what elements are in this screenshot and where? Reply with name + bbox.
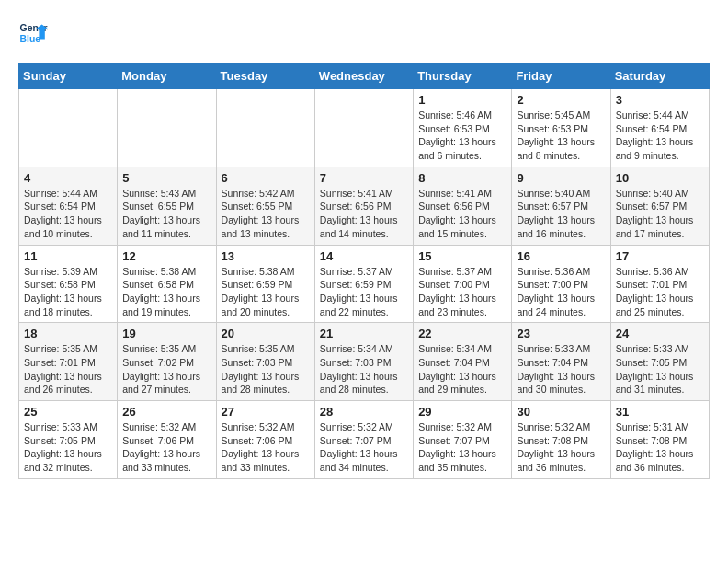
day-info: Sunrise: 5:37 AMSunset: 6:59 PMDaylight:… [320,265,408,319]
calendar-week-4: 18Sunrise: 5:35 AMSunset: 7:01 PMDayligh… [19,323,710,401]
col-header-friday: Friday [512,63,610,89]
day-number: 14 [320,249,408,263]
day-number: 17 [616,249,704,263]
day-number: 19 [122,327,210,340]
calendar-cell: 3Sunrise: 5:44 AMSunset: 6:54 PMDaylight… [610,89,709,167]
day-info: Sunrise: 5:45 AMSunset: 6:53 PMDaylight:… [517,109,605,163]
calendar-week-1: 1Sunrise: 5:46 AMSunset: 6:53 PMDaylight… [19,89,710,167]
day-info: Sunrise: 5:36 AMSunset: 7:01 PMDaylight:… [616,265,704,319]
calendar-cell: 27Sunrise: 5:32 AMSunset: 7:06 PMDayligh… [216,401,314,479]
day-number: 5 [122,171,210,185]
calendar-cell: 6Sunrise: 5:42 AMSunset: 6:55 PMDaylight… [216,167,314,245]
day-info: Sunrise: 5:38 AMSunset: 6:59 PMDaylight:… [222,265,310,319]
calendar-cell: 7Sunrise: 5:41 AMSunset: 6:56 PMDaylight… [314,167,413,245]
day-number: 28 [320,405,408,419]
calendar-cell: 9Sunrise: 5:40 AMSunset: 6:57 PMDaylight… [512,167,610,245]
day-number: 25 [24,405,112,419]
calendar-cell: 21Sunrise: 5:34 AMSunset: 7:03 PMDayligh… [314,323,413,401]
calendar-cell: 1Sunrise: 5:46 AMSunset: 6:53 PMDaylight… [414,89,512,167]
calendar-cell: 14Sunrise: 5:37 AMSunset: 6:59 PMDayligh… [314,245,413,323]
calendar-cell: 17Sunrise: 5:36 AMSunset: 7:01 PMDayligh… [610,245,709,323]
day-info: Sunrise: 5:36 AMSunset: 7:00 PMDaylight:… [517,265,605,319]
calendar-cell: 4Sunrise: 5:44 AMSunset: 6:54 PMDaylight… [19,167,118,245]
calendar-cell: 30Sunrise: 5:32 AMSunset: 7:08 PMDayligh… [512,401,610,479]
day-number: 31 [616,405,704,419]
calendar-cell: 2Sunrise: 5:45 AMSunset: 6:53 PMDaylight… [512,89,610,167]
calendar-cell: 29Sunrise: 5:32 AMSunset: 7:07 PMDayligh… [414,401,512,479]
day-info: Sunrise: 5:39 AMSunset: 6:58 PMDaylight:… [24,265,112,319]
calendar-cell: 5Sunrise: 5:43 AMSunset: 6:55 PMDaylight… [118,167,216,245]
day-number: 13 [222,249,310,263]
day-number: 16 [517,249,605,263]
calendar-cell: 18Sunrise: 5:35 AMSunset: 7:01 PMDayligh… [19,323,118,401]
day-number: 1 [418,93,506,107]
day-number: 20 [222,327,310,340]
day-info: Sunrise: 5:32 AMSunset: 7:06 PMDaylight:… [222,420,310,475]
day-info: Sunrise: 5:33 AMSunset: 7:04 PMDaylight:… [517,342,605,396]
day-info: Sunrise: 5:41 AMSunset: 6:56 PMDaylight:… [320,187,408,241]
day-number: 24 [616,327,704,340]
col-header-saturday: Saturday [610,63,709,89]
calendar-cell: 24Sunrise: 5:33 AMSunset: 7:05 PMDayligh… [610,323,709,401]
calendar-week-3: 11Sunrise: 5:39 AMSunset: 6:58 PMDayligh… [19,245,710,323]
col-header-thursday: Thursday [414,63,512,89]
calendar-cell [118,89,216,167]
day-number: 27 [222,405,310,419]
calendar-cell: 28Sunrise: 5:32 AMSunset: 7:07 PMDayligh… [314,401,413,479]
day-number: 11 [24,249,112,263]
day-info: Sunrise: 5:34 AMSunset: 7:04 PMDaylight:… [418,342,506,396]
calendar-cell: 25Sunrise: 5:33 AMSunset: 7:05 PMDayligh… [19,401,118,479]
day-info: Sunrise: 5:31 AMSunset: 7:08 PMDaylight:… [616,420,704,475]
calendar-cell: 12Sunrise: 5:38 AMSunset: 6:58 PMDayligh… [118,245,216,323]
calendar-header-row: SundayMondayTuesdayWednesdayThursdayFrid… [19,63,710,89]
day-info: Sunrise: 5:32 AMSunset: 7:06 PMDaylight:… [122,420,210,475]
day-info: Sunrise: 5:44 AMSunset: 6:54 PMDaylight:… [24,187,112,241]
calendar-week-2: 4Sunrise: 5:44 AMSunset: 6:54 PMDaylight… [19,167,710,245]
day-number: 21 [320,327,408,340]
day-number: 29 [418,405,506,419]
day-info: Sunrise: 5:35 AMSunset: 7:01 PMDaylight:… [24,342,112,396]
day-info: Sunrise: 5:35 AMSunset: 7:03 PMDaylight:… [222,342,310,396]
day-info: Sunrise: 5:43 AMSunset: 6:55 PMDaylight:… [122,187,210,241]
day-number: 22 [418,327,506,340]
day-info: Sunrise: 5:32 AMSunset: 7:07 PMDaylight:… [320,420,408,475]
day-number: 12 [122,249,210,263]
day-number: 2 [517,93,605,107]
calendar-cell: 10Sunrise: 5:40 AMSunset: 6:57 PMDayligh… [610,167,709,245]
svg-text:Blue: Blue [20,34,41,44]
day-number: 18 [24,327,112,340]
day-info: Sunrise: 5:41 AMSunset: 6:56 PMDaylight:… [418,187,506,241]
day-info: Sunrise: 5:40 AMSunset: 6:57 PMDaylight:… [517,187,605,241]
day-number: 7 [320,171,408,185]
calendar-cell: 31Sunrise: 5:31 AMSunset: 7:08 PMDayligh… [610,401,709,479]
calendar-cell: 22Sunrise: 5:34 AMSunset: 7:04 PMDayligh… [414,323,512,401]
calendar-cell [19,89,118,167]
calendar-cell: 23Sunrise: 5:33 AMSunset: 7:04 PMDayligh… [512,323,610,401]
day-info: Sunrise: 5:44 AMSunset: 6:54 PMDaylight:… [616,109,704,163]
col-header-wednesday: Wednesday [314,63,413,89]
day-info: Sunrise: 5:32 AMSunset: 7:08 PMDaylight:… [517,420,605,475]
calendar-cell: 8Sunrise: 5:41 AMSunset: 6:56 PMDaylight… [414,167,512,245]
calendar-cell: 26Sunrise: 5:32 AMSunset: 7:06 PMDayligh… [118,401,216,479]
col-header-monday: Monday [118,63,216,89]
day-number: 3 [616,93,704,107]
day-info: Sunrise: 5:38 AMSunset: 6:58 PMDaylight:… [122,265,210,319]
page-header: General Blue [18,18,710,48]
calendar-cell: 11Sunrise: 5:39 AMSunset: 6:58 PMDayligh… [19,245,118,323]
day-number: 15 [418,249,506,263]
day-info: Sunrise: 5:34 AMSunset: 7:03 PMDaylight:… [320,342,408,396]
logo-icon: General Blue [18,18,48,48]
day-info: Sunrise: 5:40 AMSunset: 6:57 PMDaylight:… [616,187,704,241]
day-number: 6 [222,171,310,185]
calendar-cell: 13Sunrise: 5:38 AMSunset: 6:59 PMDayligh… [216,245,314,323]
day-number: 8 [418,171,506,185]
calendar-cell: 15Sunrise: 5:37 AMSunset: 7:00 PMDayligh… [414,245,512,323]
day-info: Sunrise: 5:35 AMSunset: 7:02 PMDaylight:… [122,342,210,396]
col-header-sunday: Sunday [19,63,118,89]
calendar-cell [216,89,314,167]
calendar-cell: 20Sunrise: 5:35 AMSunset: 7:03 PMDayligh… [216,323,314,401]
day-number: 26 [122,405,210,419]
day-info: Sunrise: 5:42 AMSunset: 6:55 PMDaylight:… [222,187,310,241]
day-number: 23 [517,327,605,340]
day-info: Sunrise: 5:32 AMSunset: 7:07 PMDaylight:… [418,420,506,475]
